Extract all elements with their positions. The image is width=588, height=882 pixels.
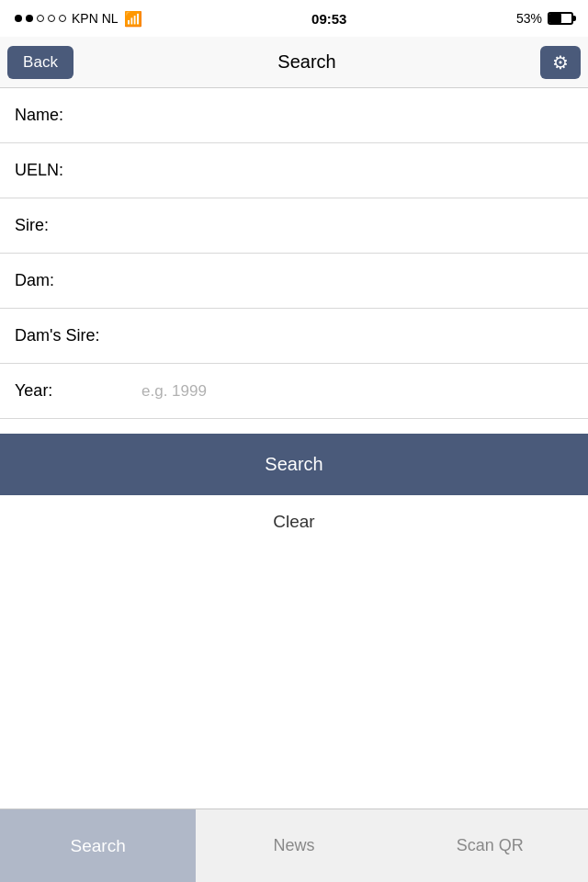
sire-row: Sire: xyxy=(0,198,588,254)
tab-scan-qr-label: Scan QR xyxy=(457,836,524,855)
back-button[interactable]: Back xyxy=(7,46,74,79)
dam-row: Dam: xyxy=(0,254,588,309)
dot-5 xyxy=(59,15,66,22)
status-left: KPN NL 📶 xyxy=(15,10,142,28)
search-button[interactable]: Search xyxy=(0,434,588,495)
battery-icon xyxy=(548,12,573,25)
ueln-label: UELN: xyxy=(15,161,134,180)
clear-button[interactable]: Clear xyxy=(0,495,588,548)
sire-input[interactable] xyxy=(134,217,573,235)
tab-bar: Search News Scan QR xyxy=(0,808,588,882)
dot-2 xyxy=(26,15,33,22)
dot-1 xyxy=(15,15,22,22)
tab-news-label: News xyxy=(273,836,314,855)
gear-icon: ⚙ xyxy=(552,51,569,74)
year-label: Year: xyxy=(15,381,134,401)
search-form: Name: UELN: Sire: Dam: Dam's Sire: Year:… xyxy=(0,88,588,548)
settings-button[interactable]: ⚙ xyxy=(540,46,581,79)
wifi-icon: 📶 xyxy=(124,10,142,28)
dams-sire-row: Dam's Sire: xyxy=(0,309,588,364)
dams-sire-input[interactable] xyxy=(134,327,573,345)
name-label: Name: xyxy=(15,106,134,125)
status-time: 09:53 xyxy=(311,11,346,27)
sire-label: Sire: xyxy=(15,216,134,235)
tab-search[interactable]: Search xyxy=(0,809,196,882)
year-input[interactable] xyxy=(134,382,573,401)
dot-4 xyxy=(48,15,55,22)
dot-3 xyxy=(37,15,44,22)
name-input[interactable] xyxy=(134,107,573,125)
nav-title: Search xyxy=(277,51,335,73)
dam-input[interactable] xyxy=(134,272,573,290)
battery-fill xyxy=(549,14,561,23)
nav-bar: Back Search ⚙ xyxy=(0,37,588,88)
battery-body xyxy=(548,12,573,25)
tab-news[interactable]: News xyxy=(196,809,391,882)
name-row: Name: xyxy=(0,88,588,143)
battery-percent: 53% xyxy=(516,11,542,26)
year-row: Year: xyxy=(0,364,588,419)
signal-dots xyxy=(15,15,66,22)
dams-sire-label: Dam's Sire: xyxy=(15,326,134,345)
ueln-input[interactable] xyxy=(134,162,573,180)
status-right: 53% xyxy=(516,11,573,26)
tab-scan-qr[interactable]: Scan QR xyxy=(392,809,588,882)
carrier-label: KPN NL xyxy=(72,11,119,26)
tab-search-label: Search xyxy=(71,836,126,856)
dam-label: Dam: xyxy=(15,271,134,290)
status-bar: KPN NL 📶 09:53 53% xyxy=(0,0,588,37)
ueln-row: UELN: xyxy=(0,143,588,198)
